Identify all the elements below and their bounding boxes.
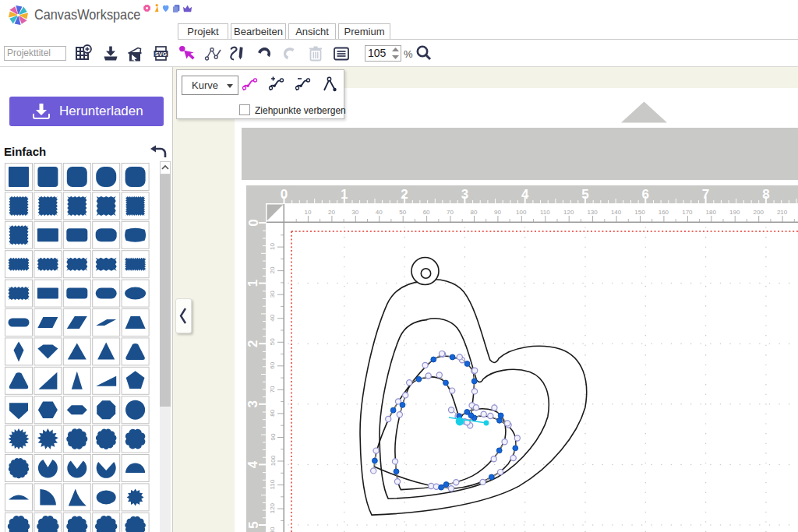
svg-text:80: 80 <box>270 409 277 416</box>
svg-text:50: 50 <box>399 209 406 216</box>
svg-text:140: 140 <box>611 209 622 216</box>
svg-text:110: 110 <box>270 479 277 489</box>
svg-text:0: 0 <box>281 187 288 202</box>
svg-text:4: 4 <box>521 187 529 202</box>
svg-text:110: 110 <box>540 209 550 216</box>
svg-text:2: 2 <box>246 340 261 347</box>
svg-text:8: 8 <box>762 187 769 202</box>
svg-text:70: 70 <box>447 209 454 216</box>
svg-text:50: 50 <box>270 338 277 345</box>
svg-text:40: 40 <box>376 209 383 216</box>
svg-text:90: 90 <box>494 209 501 216</box>
svg-text:3: 3 <box>461 187 468 202</box>
svg-text:70: 70 <box>270 386 277 393</box>
svg-text:60: 60 <box>270 361 277 368</box>
svg-text:SVG: SVG <box>155 51 167 57</box>
svg-text:80: 80 <box>471 209 478 216</box>
svg-text:30: 30 <box>270 291 277 298</box>
svg-text:200: 200 <box>754 209 764 216</box>
svg-text:6: 6 <box>642 187 649 202</box>
svg-text:160: 160 <box>659 209 669 216</box>
svg-text:40: 40 <box>270 314 277 321</box>
svg-text:170: 170 <box>682 209 693 216</box>
svg-text:120: 120 <box>563 209 574 216</box>
svg-text:130: 130 <box>587 209 598 216</box>
svg-text:210: 210 <box>777 209 788 216</box>
svg-text:30: 30 <box>351 209 358 216</box>
svg-text:60: 60 <box>423 209 430 216</box>
svg-text:5: 5 <box>581 187 588 202</box>
svg-text:3: 3 <box>246 400 261 407</box>
svg-text:4: 4 <box>246 460 261 468</box>
svg-text:0: 0 <box>246 219 261 226</box>
svg-text:20: 20 <box>270 266 277 273</box>
svg-text:120: 120 <box>270 502 277 513</box>
svg-text:2: 2 <box>401 187 408 202</box>
svg-text:5: 5 <box>246 521 261 528</box>
svg-text:100: 100 <box>516 209 527 216</box>
svg-text:7: 7 <box>702 187 709 202</box>
svg-text:1: 1 <box>341 187 348 202</box>
svg-text:130: 130 <box>270 527 277 532</box>
svg-text:190: 190 <box>729 209 740 216</box>
svg-text:90: 90 <box>270 433 277 440</box>
svg-text:1: 1 <box>246 280 261 287</box>
svg-text:100: 100 <box>270 455 277 466</box>
svg-text:180: 180 <box>706 209 717 216</box>
svg-text:20: 20 <box>328 209 335 216</box>
svg-text:10: 10 <box>270 243 277 250</box>
svg-text:150: 150 <box>634 209 645 216</box>
svg-text:10: 10 <box>304 209 311 216</box>
